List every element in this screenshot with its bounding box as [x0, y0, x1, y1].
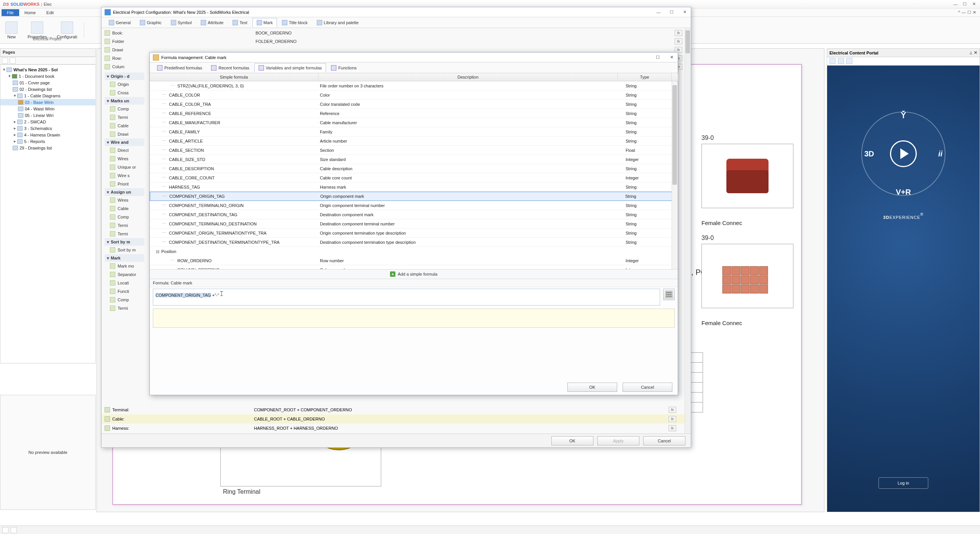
ecp-browse-icon[interactable]	[838, 58, 844, 64]
formula-row[interactable]: ⋯CABLE_SECTIONSectionFloat	[150, 146, 678, 155]
formula-row[interactable]: ⋯CABLE_SIZE_STDSize standardInteger	[150, 155, 678, 164]
formula-row[interactable]: ⋯CABLE_FAMILYFamilyString	[150, 127, 678, 136]
tree-base-wiring[interactable]: 03 - Base Wirin	[0, 99, 95, 105]
formula-row[interactable]: ⋯STRZ(VAL(FILE_ORDERNO), 3, 0)File order…	[150, 81, 678, 90]
config-cat-item[interactable]: Locati	[105, 279, 144, 287]
config-tab-general[interactable]: General	[105, 18, 135, 27]
formula-row[interactable]: ⋯COLUMN_ORDERNOColumn numberInteger	[150, 265, 678, 269]
win-minimize[interactable]: —	[952, 1, 959, 7]
menu-edit[interactable]: Edit	[41, 9, 59, 16]
config-cat-item[interactable]: Priorit	[105, 180, 144, 188]
config-cat-item[interactable]: Termi	[105, 221, 144, 230]
formula-tab-variables-and-simple-formulas[interactable]: Variables and simple formulas	[254, 63, 326, 72]
field-value[interactable]: BOOK_ORDERNO	[254, 31, 675, 35]
config-tab-attribute[interactable]: Attribute	[197, 18, 228, 27]
formula-scroll-thumb[interactable]	[672, 85, 677, 185]
config-cat-item[interactable]: Comp	[105, 213, 144, 221]
formula-row[interactable]: ⋯ROW_ORDERNORow numberInteger	[150, 256, 678, 265]
tree-reports[interactable]: ▸5 - Reports	[0, 138, 95, 145]
config-cat-item[interactable]: Termi	[105, 113, 144, 122]
config-field-row[interactable]: Book:BOOK_ORDERNOfx	[105, 29, 688, 37]
formula-row[interactable]: ⋯CABLE_MANUFACTURERCable manufacturerStr…	[150, 118, 678, 127]
config-bottom-row[interactable]: Harness:HARNESS_ROOT + HARNESS_ORDERNOfx	[102, 424, 685, 433]
config-cat-item[interactable]: Separator	[105, 270, 144, 279]
add-simple-formula-button[interactable]: + Add a simple formula	[150, 269, 678, 279]
config-cat-item[interactable]: ▾Assign un	[105, 188, 144, 196]
tree-swcad[interactable]: ▸2 - SWCAD	[0, 118, 95, 125]
config-cat-item[interactable]: Cross	[105, 89, 144, 97]
formula-cancel-button[interactable]: Cancel	[623, 383, 672, 392]
ribbon-rest-icon[interactable]: ☐	[967, 10, 971, 15]
config-cat-item[interactable]: Termi	[105, 304, 144, 312]
col-simple-formula[interactable]: Simple formula	[150, 73, 318, 81]
config-maximize[interactable]: ☐	[669, 9, 675, 15]
formula-row[interactable]: ⋯HARNESS_TAGHarness markString	[150, 182, 678, 192]
menu-file[interactable]: File	[2, 9, 19, 16]
config-cat-item[interactable]: Comp	[105, 296, 144, 304]
config-cat-item[interactable]: ▾Mark	[105, 254, 144, 262]
formula-maximize[interactable]: ☐	[655, 54, 661, 61]
col-type[interactable]: Type	[618, 73, 672, 81]
config-field-row[interactable]: FolderFOLDER_ORDERNOfx	[105, 37, 688, 46]
field-value[interactable]: FOLDER_ORDERNO	[254, 39, 675, 44]
formula-ok-button[interactable]: OK	[567, 383, 617, 392]
config-tab-graphic[interactable]: Graphic	[136, 18, 166, 27]
tree-document-book[interactable]: ▾1 - Document book	[0, 73, 95, 79]
compass-west[interactable]: 3D	[864, 150, 874, 158]
config-cat-item[interactable]: Cable	[105, 122, 144, 130]
tree-waist-wiring[interactable]: 04 - Waist Wirin	[0, 105, 95, 112]
login-button[interactable]: Log in	[878, 477, 928, 489]
status-search-icon[interactable]	[2, 527, 8, 533]
tree-drawings29[interactable]: 29 - Drawings list	[0, 145, 95, 151]
config-close[interactable]: ✕	[682, 9, 688, 15]
config-tab-mark[interactable]: Mark	[252, 18, 277, 27]
ecp-pin-icon[interactable]: ⟂	[970, 50, 972, 55]
config-cat-item[interactable]: ▾Wire and	[105, 138, 144, 146]
tree-root[interactable]: ▾What's New 2025 - Sol	[0, 66, 95, 73]
config-cat-item[interactable]: Drawi	[105, 130, 144, 138]
fx-button[interactable]: fx	[669, 407, 676, 413]
config-scroll-thumb[interactable]	[685, 30, 690, 53]
formula-row[interactable]: ⋯CABLE_DESCRIPTIONCable descriptionStrin…	[150, 164, 678, 173]
config-cat-item[interactable]: Wires	[105, 196, 144, 204]
formula-scrollbar[interactable]	[672, 81, 678, 269]
tree-schematics[interactable]: ▸3 - Schematics	[0, 125, 95, 131]
ribbon-min-icon[interactable]: —	[962, 10, 966, 15]
keypad-button[interactable]	[663, 289, 675, 300]
ribbon-close-icon[interactable]: ✕	[973, 10, 976, 15]
config-tab-title-block[interactable]: Title block	[278, 18, 312, 27]
formula-category-position[interactable]: ⊟Position	[150, 247, 678, 256]
formula-row[interactable]: ⋯CABLE_REFERENCEReferenceString	[150, 109, 678, 118]
config-cat-item[interactable]: Cable	[105, 204, 144, 213]
config-cat-item[interactable]: Termi	[105, 230, 144, 238]
ecp-close-icon[interactable]: ✕	[974, 50, 977, 55]
config-apply-button[interactable]: Apply	[597, 436, 639, 445]
ribbon-collapse-icon[interactable]: ^	[958, 10, 960, 15]
win-maximize[interactable]: ☐	[962, 1, 968, 7]
compass-widget[interactable]: Y̌ V+R 3D ii	[861, 112, 946, 196]
config-cat-item[interactable]: Comp	[105, 105, 144, 113]
fx-button[interactable]: fx	[669, 416, 676, 422]
config-minimize[interactable]: —	[656, 9, 662, 15]
tree-linear-wiring[interactable]: 05 - Linear Wiri	[0, 112, 95, 118]
tree-cover[interactable]: 01 - Cover page	[0, 79, 95, 86]
config-cat-item[interactable]: Direct	[105, 146, 144, 154]
col-description[interactable]: Description	[318, 73, 618, 81]
win-close[interactable]: ✕	[971, 1, 977, 7]
formula-row[interactable]: ⋯COMPONENT_ORIGIN_TAGOrigin component ma…	[150, 192, 678, 201]
config-cat-item[interactable]: Wires	[105, 154, 144, 163]
formula-row[interactable]: ⋯CABLE_CORE_COUNTCable core countInteger	[150, 173, 678, 182]
formula-input[interactable]: COMPONENT_ORIGIN_TAG +"-"𝙸	[153, 289, 660, 306]
compass-east[interactable]: ii	[938, 150, 942, 158]
config-cat-item[interactable]: Sort by m	[105, 246, 144, 254]
config-cancel-button[interactable]: Cancel	[643, 436, 685, 445]
config-tab-library-and-palette[interactable]: Library and palette	[313, 18, 363, 27]
config-bottom-row[interactable]: Cable:CABLE_ROOT + CABLE_ORDERNOfx	[102, 414, 685, 424]
config-cat-item[interactable]: ▾Origin - d	[105, 72, 144, 80]
compass-south[interactable]: V+R	[896, 188, 911, 197]
pages-tree[interactable]: ▾What's New 2025 - Sol ▾1 - Document boo…	[0, 64, 96, 363]
pages-tool-2[interactable]	[10, 58, 16, 64]
config-cat-item[interactable]: Unique or	[105, 163, 144, 171]
config-cat-item[interactable]: ▾Marks un	[105, 97, 144, 105]
config-cat-item[interactable]: Mark mo	[105, 262, 144, 270]
